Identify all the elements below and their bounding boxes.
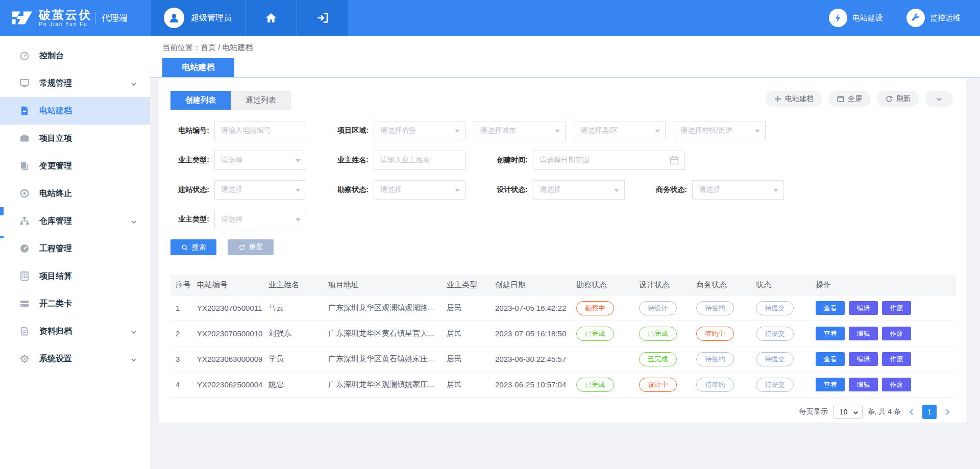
sidebar-item-general-manage[interactable]: 常规管理: [0, 69, 150, 97]
cell-actions: 查看编辑作废: [811, 347, 956, 372]
county-select[interactable]: 请选择县/区: [574, 121, 666, 140]
sidebar-item-project-settlement[interactable]: 项目结算: [0, 262, 150, 290]
page-tab-station-archive[interactable]: 电站建档: [162, 58, 234, 77]
owner-type-2-select[interactable]: 请选择: [214, 210, 306, 229]
sidebar-item-system-settings[interactable]: 系统设置: [0, 345, 150, 373]
avatar: [164, 8, 184, 28]
cell-actions: 查看编辑作废: [811, 321, 956, 347]
sidebar-item-station-terminate[interactable]: 电站终止: [0, 180, 150, 207]
void-button[interactable]: 作废: [882, 327, 911, 340]
brand-subtitle: Po Jian Yun Fu: [39, 21, 92, 27]
cell-survey-status: 已完成: [571, 321, 634, 347]
view-button[interactable]: 查看: [816, 352, 845, 366]
chevron-down-icon: [853, 410, 859, 415]
breadcrumb-home[interactable]: 首页: [201, 43, 216, 52]
village-select[interactable]: 请选择村镇/街道: [674, 121, 766, 140]
nav-monitor-ops[interactable]: 监控运维: [906, 9, 961, 27]
reset-button[interactable]: 重置: [228, 239, 274, 255]
sidebar-item-project-initiation[interactable]: 项目立项: [0, 125, 150, 152]
nav-station-build[interactable]: 电站建设: [829, 9, 883, 27]
status-badge: 已完成: [639, 352, 677, 366]
cell-project-address: 广东深圳龙华区观澜镇观湖路...: [323, 295, 442, 321]
per-page-value: 10: [840, 408, 848, 416]
column-header: 序号: [170, 275, 192, 295]
sidebar-item-change-manage[interactable]: 变更管理: [0, 152, 150, 180]
view-button[interactable]: 查看: [816, 378, 845, 391]
engineering-manage-icon: [19, 243, 31, 254]
void-button[interactable]: 作废: [882, 301, 911, 315]
placeholder-text: 请输入电站编号: [221, 126, 271, 135]
province-select[interactable]: 请选择省份: [374, 121, 465, 140]
breadcrumb: 当前位置：首页 / 电站建档: [162, 43, 253, 53]
caret-down-icon: [296, 159, 301, 162]
sidebar-scrollbar-thumb[interactable]: [0, 236, 4, 238]
view-button[interactable]: 查看: [816, 301, 845, 315]
refresh-button[interactable]: 刷新: [877, 91, 919, 107]
cell-created-date: 2023-07-05 16:42:22: [490, 295, 571, 321]
table-row: 4YX2023062500004姚忠广东深圳龙华区观澜镇姚家庄...居民2023…: [170, 372, 956, 398]
sidebar-item-console[interactable]: 控制台: [0, 42, 150, 69]
fullscreen-icon: [837, 95, 844, 103]
caret-down-icon: [296, 218, 301, 221]
column-header: 勘察状态: [571, 275, 634, 295]
sidebar-item-engineering-manage[interactable]: 工程管理: [0, 235, 150, 262]
sidebar-item-warehouse-manage[interactable]: 仓库管理: [0, 207, 150, 235]
per-page-select[interactable]: 10: [833, 405, 863, 419]
edit-button[interactable]: 编辑: [849, 301, 878, 315]
collapse-button[interactable]: [925, 91, 953, 107]
build-status-select[interactable]: 请选择: [214, 180, 306, 200]
design-status-select[interactable]: 请选择: [533, 180, 625, 200]
sidebar-item-second-card[interactable]: 开二类卡: [0, 290, 150, 317]
business-status-select[interactable]: 请选择: [692, 180, 784, 200]
edit-button[interactable]: 编辑: [849, 378, 878, 391]
owner-type-select[interactable]: 请选择: [214, 151, 306, 170]
cell-status: 待提交: [751, 295, 811, 321]
tab-create-list[interactable]: 创建列表: [170, 91, 231, 110]
brand-divider: [95, 12, 95, 24]
tab-passed-list[interactable]: 通过列表: [231, 91, 291, 110]
cell-design-status: 待设计: [634, 295, 691, 321]
second-card-icon: [19, 298, 31, 309]
data-archive-icon: [19, 326, 31, 337]
cell-business-status: 待签约: [691, 295, 751, 321]
chevron-down-icon: [936, 95, 943, 103]
chevron-right-icon: [944, 408, 951, 415]
main-content: 当前位置：首页 / 电站建档 电站建档 创建列表通过列表 电站建档全屏刷新 电站…: [150, 36, 980, 469]
sidebar-item-data-archive[interactable]: 资料归档: [0, 317, 150, 345]
edit-button[interactable]: 编辑: [849, 352, 878, 366]
void-button[interactable]: 作废: [882, 352, 911, 366]
fullscreen-button[interactable]: 全屏: [828, 91, 871, 107]
void-button[interactable]: 作废: [882, 378, 911, 391]
user-icon: [168, 12, 180, 24]
station-code-input[interactable]: 请输入电站编号: [214, 121, 306, 140]
general-manage-icon: [19, 78, 31, 89]
logout-button[interactable]: [297, 0, 348, 36]
sidebar-item-station-archive[interactable]: 电站建档: [0, 97, 150, 125]
filter-label: 设计状态:: [489, 185, 528, 194]
chevron-down-icon: [131, 218, 137, 224]
next-page-button[interactable]: [942, 405, 953, 419]
prev-page-button[interactable]: [906, 405, 917, 419]
add-station-button[interactable]: 电站建档: [766, 91, 822, 107]
survey-status-select[interactable]: 请选择: [374, 180, 465, 200]
user-menu[interactable]: 超级管理员: [150, 0, 245, 36]
city-select[interactable]: 请选择城市: [474, 121, 566, 140]
search-button[interactable]: 搜索: [170, 239, 216, 255]
brand-title: 破茧云伏: [39, 9, 92, 21]
column-header: 状态: [751, 275, 811, 295]
cell-created-date: 2023-06-30 22:45:57: [490, 347, 571, 372]
edit-button[interactable]: 编辑: [849, 327, 878, 340]
sidebar-scrollbar-thumb[interactable]: [0, 207, 4, 215]
owner-name-input[interactable]: 请输入业主姓名: [374, 151, 465, 170]
view-button[interactable]: 查看: [816, 327, 845, 340]
caret-down-icon: [296, 189, 301, 192]
home-button[interactable]: [245, 0, 297, 36]
filter-group-owner-type: 业主类型:请选择: [170, 151, 306, 170]
sidebar-nav: 控制台常规管理电站建档项目立项变更管理电站终止仓库管理工程管理项目结算开二类卡资…: [0, 36, 150, 373]
cell-station-code: YX2023063000009: [192, 347, 263, 372]
create-time-input[interactable]: 请选择日期范围: [533, 151, 685, 170]
sidebar-item-label: 工程管理: [39, 243, 72, 254]
page-number-1[interactable]: 1: [922, 405, 937, 419]
filter-row: 电站编号:请输入电站编号项目区域:请选择省份请选择城市请选择县/区请选择村镇/街…: [170, 121, 953, 140]
pagination: 每页显示 10 条, 共 4 条 1: [170, 405, 953, 419]
